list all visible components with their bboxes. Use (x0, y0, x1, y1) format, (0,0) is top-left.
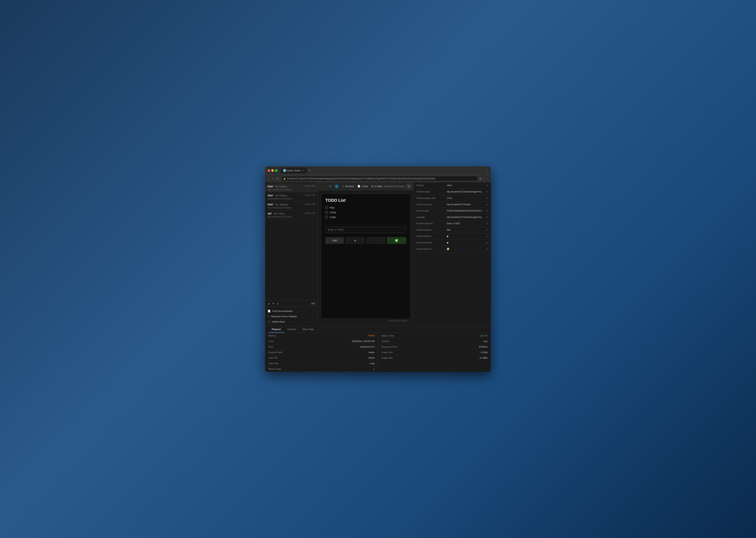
request-item[interactable]: POST 200 60.90ms 4:59:05 PM http://local… (265, 183, 317, 192)
frame-back-button[interactable]: ‹ (320, 184, 322, 188)
detail-row-image-size: Image Size 11.08kb (378, 355, 491, 361)
meta-key: fc:frame:image (416, 190, 445, 193)
detail-row-frame-size: Frame Size 4.01kb (378, 350, 491, 355)
minimize-button[interactable] (271, 169, 274, 172)
timing-text: 64.58ms (279, 194, 287, 197)
meta-value: ◼ (447, 235, 484, 238)
bottom-left: Method POST Time 3/18/2024, 4:59:05 PM H… (265, 333, 378, 372)
maximize-button[interactable] (275, 169, 277, 172)
tab-meta-tags[interactable]: Meta Tags (299, 326, 317, 333)
menu-button[interactable]: ··· (487, 177, 489, 180)
meta-row: fc:frame:button:3 ◼ ✓ (414, 240, 491, 246)
detail-value-method: POST (369, 335, 375, 337)
detail-key: Method (268, 335, 276, 337)
frame-size-stat: 📄 4.01kb (357, 185, 368, 188)
todo-text-hop: Hop (330, 206, 335, 209)
frame-url: localhost:5173/todos (384, 185, 405, 188)
bottom-panel: Request Context Meta Tags Method POST Ti… (265, 326, 491, 372)
github-repo-link[interactable]: ◯ GitHub Repo (265, 319, 317, 324)
forward-button[interactable]: › (272, 177, 274, 181)
frame-ext-button[interactable]: ⊞ (406, 184, 412, 189)
meta-value: vNext (447, 184, 484, 187)
button-3[interactable]: ? (366, 237, 385, 244)
frame-world-button[interactable]: 🌐 (334, 184, 339, 188)
meta-key: fc:frame:aspect_ratio (416, 197, 445, 199)
log-size-badge: 360 (311, 302, 315, 305)
request-url: http://localhost:5173/todos (268, 197, 315, 200)
todo-input[interactable] (325, 227, 406, 233)
tab-request[interactable]: Request (268, 326, 284, 333)
meta-row: fc:frame:image http://localhost:5173/tod… (414, 189, 491, 195)
todo-title: TODO List (325, 198, 406, 203)
meta-value: Enter a TODO (447, 222, 484, 225)
extensions-button[interactable]: ⊞ (479, 177, 482, 180)
meta-value: 1.91:1 (447, 197, 484, 199)
todo-checkbox-hop[interactable] (325, 206, 328, 209)
check-icon: ✓ (486, 235, 488, 238)
meta-row: og:image http://localhost:5173/todos/ima… (414, 214, 491, 221)
detail-key: Frame Size (382, 351, 393, 353)
bookmark-button[interactable]: ☆ (483, 177, 485, 180)
detail-key: Request Path (268, 351, 282, 353)
request-item[interactable]: POST 200 180.80ms 4:58:58 PM http://loca… (265, 201, 317, 210)
validator-icon: ◇ (268, 315, 269, 318)
scroll-down-button[interactable]: ▼ (272, 301, 275, 305)
frame-forward-button[interactable]: › (324, 184, 327, 188)
bottom-tabs: Request Context Meta Tags (265, 326, 491, 333)
todo-item: Hop (325, 206, 406, 209)
check-icon: ✓ (486, 216, 488, 219)
todo-frame: TODO List Hop Jump Leap (321, 194, 410, 319)
history-button[interactable]: ⊙ (276, 301, 279, 305)
new-tab-button[interactable]: + (308, 169, 311, 172)
log-controls: ▲ ▼ ⊙ 360 (265, 300, 317, 306)
address-bar[interactable]: 🔒 localhost:5173/dev?url=%2Ftodos#state/… (281, 176, 478, 181)
file-icon: 📄 (357, 185, 360, 188)
todo-checkbox-leap[interactable] (325, 216, 328, 218)
meta-table: fc:frame vNext ✓ fc:frame:image http://l… (414, 183, 491, 252)
request-item[interactable]: POST 200 64.58ms 4:59:02 PM http://local… (265, 192, 317, 201)
scroll-up-button[interactable]: ▲ (267, 301, 270, 305)
meta-row: fc:frame:input:text Enter a TODO ✓ (414, 221, 491, 227)
meta-key: fc:frame:button:2 (416, 235, 445, 238)
bottom-content: Method POST Time 3/18/2024, 4:59:05 PM H… (265, 333, 491, 372)
frame-reload-button[interactable]: ↻ (328, 184, 332, 188)
warpcast-validator-link[interactable]: ◇ Warpcast Frame Validator (265, 314, 317, 319)
right-panel: fc:frame vNext ✓ fc:frame:image http://l… (414, 183, 491, 326)
meta-row: fc:frame:aspect_ratio 1.91:1 ✓ (414, 195, 491, 201)
meta-key: fc:frame (416, 184, 445, 187)
detail-row-input: Input Text Leap (265, 361, 378, 366)
close-button[interactable] (268, 169, 270, 172)
frog-docs-link[interactable]: 📄 Frog Documentation (265, 308, 317, 314)
button-2[interactable]: ◼ (346, 237, 365, 244)
github-icon: ◯ (268, 320, 270, 323)
frame-timing-value: 60.90ms (346, 185, 354, 188)
add-button[interactable]: Add (325, 237, 344, 244)
github-label: GitHub Repo (272, 320, 285, 323)
frame-toolbar: ‹ › ↻ 🌐 ⏱ 60.90ms 📄 4.01kb 🖼 11.08kb (318, 183, 414, 190)
tab-label: frame: /todos (287, 169, 300, 172)
frame-timing-stat: ⏱ 60.90ms (343, 185, 354, 188)
detail-row-fid: User FID #4433 (265, 355, 378, 361)
button-4[interactable]: ✅ (387, 237, 406, 244)
main-content: POST 200 60.90ms 4:59:05 PM http://local… (265, 183, 491, 326)
lock-icon: 🔒 (283, 178, 286, 180)
reload-button[interactable]: ↻ (276, 177, 280, 181)
warpcast-label: Warpcast Frame Validator (271, 315, 297, 318)
tab-overflow-button[interactable]: ⌄ (486, 169, 488, 172)
frame-size-value: 4.01kb (361, 185, 368, 188)
request-url: http://localhost:5173/todos (268, 188, 315, 191)
meta-key: og:image (416, 216, 445, 218)
image-icon: 🖼 (371, 185, 373, 188)
todo-checkbox-jump[interactable] (325, 211, 328, 214)
back-button[interactable]: ‹ (267, 177, 270, 181)
tab-close-button[interactable]: ✕ (302, 169, 304, 172)
meta-value: http://localhost:5173/todos/image?image=… (447, 190, 484, 193)
active-tab[interactable]: 🐸 frame: /todos ✕ (281, 168, 307, 173)
detail-row-status: Status Code 200 OK (378, 333, 491, 339)
check-icon: ✓ (486, 222, 488, 225)
request-item[interactable]: GET 200 4.81ms 4:58:51 PM http://localho… (265, 210, 317, 219)
tab-context[interactable]: Context (284, 326, 299, 333)
detail-value-fid: #4433 (368, 356, 375, 359)
time-label: 4:59:02 PM (304, 194, 315, 196)
meta-value: ◼ (447, 242, 484, 244)
